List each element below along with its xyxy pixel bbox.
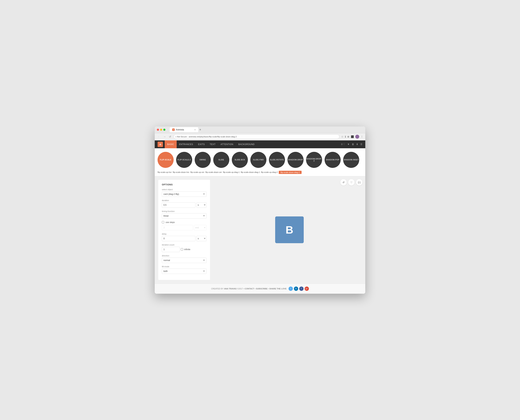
nav-text[interactable]: TEXT xyxy=(207,140,218,148)
animation-selector: FLIP-SCALE FLIP-SCALE-2 SWING SLIDE SLID… xyxy=(155,148,365,176)
title-bar: a Animista × + xyxy=(155,127,365,133)
gplus-icon[interactable]: g+ xyxy=(305,286,309,291)
tab-favicon: a xyxy=(172,128,175,131)
code-button[interactable]: {-} xyxy=(356,179,362,186)
steps-row: end start xyxy=(162,225,206,230)
tab-close-button[interactable]: × xyxy=(194,128,196,131)
use-steps-row: use steps xyxy=(162,221,206,224)
forward-button[interactable]: → xyxy=(163,135,166,139)
delay-unit-select[interactable]: s ms xyxy=(196,236,206,241)
iteration-label: iteration-count xyxy=(162,244,206,246)
footer-author[interactable]: ANA TRAVAS xyxy=(224,287,237,290)
use-steps-checkbox[interactable] xyxy=(162,221,164,223)
more-icon[interactable]: ⋮ xyxy=(361,135,363,138)
card-letter: B xyxy=(286,224,293,236)
anim-circle-slide-bck[interactable]: SLIDE-BCK xyxy=(232,152,248,168)
footer-subscribe[interactable]: SUBSCRIBE xyxy=(256,287,267,290)
bar-icons: ☆ ℹ ⊕ ⬛ ⋮ xyxy=(341,135,363,139)
duration-label: duration xyxy=(162,199,206,202)
select-object-label: select object xyxy=(162,188,206,191)
replay-button[interactable]: ↺ xyxy=(340,179,347,186)
filter-icon[interactable]: ▼ xyxy=(347,143,350,146)
preview-area: ↺ ♡ {-} B xyxy=(214,176,365,284)
sub-anim-flip-scale-up-ver[interactable]: flip-scale-up-ver xyxy=(190,171,204,174)
options-title: OPTIONS xyxy=(162,183,206,186)
new-tab-button[interactable]: + xyxy=(199,128,201,132)
footer-contact[interactable]: CONTACT xyxy=(245,287,254,290)
sub-anim-flip-scale-down-diag-2[interactable]: flip-scale-down-diag-2 xyxy=(279,171,301,174)
anim-circle-swing[interactable]: SWING xyxy=(195,152,211,168)
twitter-icon[interactable]: t xyxy=(288,286,293,291)
sub-anim-flip-scale-up-hor[interactable]: flip-scale-up-hor xyxy=(158,171,172,174)
anim-circle-slide-fwd[interactable]: SLIDE-FWD xyxy=(250,152,266,168)
trash-icon[interactable]: 🗑 xyxy=(352,143,354,146)
sub-anim-flip-scale-up-diag-2[interactable]: flip-scale-up-diag-2 xyxy=(261,171,278,174)
layers-icon[interactable]: ⊕ xyxy=(347,135,349,138)
code-icon: {-} xyxy=(358,181,361,184)
url-not-secure: Not Secure xyxy=(177,135,187,138)
fill-mode-select[interactable]: both none forwards backwards xyxy=(162,269,206,274)
select-object-select[interactable]: card (diag-2-flip) square circle xyxy=(162,191,206,197)
duration-row: s ms xyxy=(162,202,206,208)
timing-group: timing-function linear ease ease-in ease… xyxy=(162,210,206,218)
anim-circle-shadow-inset[interactable]: SHADOW-INSET xyxy=(343,152,359,168)
anim-circle-shadow-drop[interactable]: SHADOW-DROP xyxy=(287,152,303,168)
nav-attention[interactable]: ATTENTION xyxy=(218,140,236,148)
download-icon[interactable]: ⬇ xyxy=(356,143,358,146)
url-separator: | xyxy=(188,135,188,138)
nav-exits[interactable]: EXITS xyxy=(196,140,207,148)
anim-circle-shadow-pop[interactable]: SHADOW-POP xyxy=(324,152,341,168)
nav-basic[interactable]: BASIC xyxy=(165,140,177,148)
address-bar: ← → ↺ ℹ Not Secure | animista.net/play/b… xyxy=(155,133,365,140)
linkedin-icon[interactable]: in xyxy=(294,286,298,291)
header-right: 0 ♡ ▼ 🗑 ⬇ ☰ xyxy=(341,143,362,146)
close-button[interactable] xyxy=(157,129,159,131)
delay-input[interactable] xyxy=(162,236,196,241)
maximize-button[interactable] xyxy=(163,129,166,131)
anim-circle-flip-scale[interactable]: FLIP-SCALE xyxy=(158,152,174,168)
use-steps-label: use steps xyxy=(166,221,175,224)
nav-entrances[interactable]: ENTRANCES xyxy=(177,140,196,148)
footer-social: t in f g+ xyxy=(288,286,309,291)
security-icon: ℹ xyxy=(176,136,176,138)
browser-tab[interactable]: a Animista × xyxy=(170,127,198,132)
steps-group: use steps end start xyxy=(162,221,206,230)
duration-input[interactable] xyxy=(162,202,196,208)
tab-area: a Animista × + xyxy=(170,127,201,132)
anim-circle-slide[interactable]: SLIDE xyxy=(213,152,229,168)
likes-count[interactable]: 0 ♡ xyxy=(341,143,345,146)
nav-background[interactable]: BACKGROUND xyxy=(236,140,257,148)
menu-icon[interactable]: ☰ xyxy=(360,143,362,146)
favorite-button[interactable]: ♡ xyxy=(348,179,354,186)
infinite-checkbox[interactable] xyxy=(181,248,183,250)
back-button[interactable]: ← xyxy=(157,135,161,139)
steps-end-select[interactable]: end start xyxy=(194,225,206,230)
timing-select[interactable]: linear ease ease-in ease-out ease-in-out xyxy=(162,213,206,218)
direction-select[interactable]: normal reverse alternate alternate-rever… xyxy=(162,258,206,263)
footer-share[interactable]: SHARE THE LOVE xyxy=(269,287,286,290)
info-icon[interactable]: ℹ xyxy=(345,135,346,138)
heart-icon: ♡ xyxy=(350,181,353,184)
save-icon[interactable]: ⬛ xyxy=(351,135,354,138)
select-object-group: select object card (diag-2-flip) square … xyxy=(162,188,206,197)
minimize-button[interactable] xyxy=(160,129,162,131)
steps-input[interactable] xyxy=(162,225,193,230)
sub-anim-flip-scale-up-diag-1[interactable]: flip-scale-up-diag-1 xyxy=(223,171,240,174)
delay-row: s ms xyxy=(162,236,206,241)
duration-unit-select[interactable]: s ms xyxy=(196,202,206,208)
sub-anim-flip-scale-down-diag-1[interactable]: flip-scale-down-diag-1 xyxy=(241,171,260,174)
bookmark-icon[interactable]: ☆ xyxy=(341,135,344,138)
anim-circle-shadow-drop-2[interactable]: SHADOW-DROP-2 xyxy=(306,152,322,168)
sub-anim-flip-scale-down-hor[interactable]: flip-scale-down-hor xyxy=(173,171,189,174)
options-panel: OPTIONS select object card (diag-2-flip)… xyxy=(158,180,210,280)
facebook-icon[interactable]: f xyxy=(299,286,303,291)
anim-circle-flip-scale-2[interactable]: FLIP-SCALE-2 xyxy=(176,152,192,168)
refresh-button[interactable]: ↺ xyxy=(168,135,172,139)
url-bar[interactable]: ℹ Not Secure | animista.net/play/basic/f… xyxy=(174,134,339,139)
anim-circle-slide-rotate[interactable]: SLIDE-ROTATE xyxy=(269,152,285,168)
user-avatar[interactable] xyxy=(355,135,359,139)
url-text: animista.net/play/basic/flip-scale/flip-… xyxy=(189,135,237,138)
iteration-input[interactable] xyxy=(162,247,180,252)
sub-anim-flip-scale-down-ver[interactable]: flip-scale-down-ver xyxy=(205,171,222,174)
timing-label: timing-function xyxy=(162,210,206,212)
